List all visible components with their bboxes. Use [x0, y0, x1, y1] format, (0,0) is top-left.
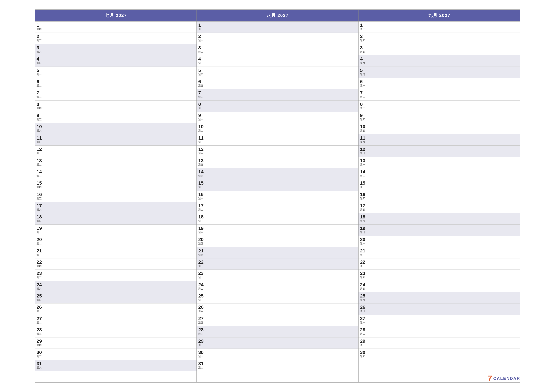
day-number: 8: [37, 101, 39, 107]
day-weekday: 週日: [37, 299, 42, 301]
day-row: 14週六: [197, 168, 358, 179]
day-number-col: 24週二: [197, 281, 208, 291]
day-number-col: 1週日: [197, 21, 208, 31]
day-weekday: 週日: [360, 231, 365, 234]
day-row: 15週三: [358, 179, 520, 191]
day-row: 15週四: [35, 179, 197, 191]
day-number: 31: [198, 361, 204, 366]
day-number: 11: [37, 135, 42, 141]
day-row: 12週一: [35, 146, 197, 157]
day-row: 29週四: [35, 337, 197, 349]
day-number-col: 1週四: [35, 21, 46, 31]
day-weekday: 週一: [37, 73, 42, 76]
day-number: 1: [360, 22, 363, 28]
day-row: 2週一: [197, 33, 358, 44]
day-row: 16週四: [358, 191, 520, 202]
day-weekday: 週五: [37, 276, 42, 279]
day-number-col: 7週二: [358, 89, 370, 99]
day-number-col: 4週日: [35, 55, 46, 65]
day-weekday: 週三: [37, 332, 42, 335]
day-number: 10: [37, 124, 42, 129]
day-number-col: 7週六: [197, 89, 208, 99]
day-weekday: 週六: [198, 253, 203, 256]
day-weekday: 週日: [198, 185, 203, 189]
day-row: 17週六: [35, 202, 197, 213]
day-weekday: 週一: [360, 163, 365, 166]
day-number-col: 6週一: [358, 78, 370, 87]
day-row: 10週五: [358, 123, 520, 134]
day-number-col: 11週六: [358, 134, 370, 144]
day-number: 5: [37, 68, 39, 73]
day-number-col: 24週六: [35, 281, 46, 291]
day-number: 4: [198, 56, 201, 62]
day-row: 24週五: [358, 281, 520, 292]
day-number: 15: [37, 180, 42, 185]
day-number-col: 2週五: [35, 33, 46, 42]
day-weekday: 週三: [37, 253, 42, 256]
day-weekday: 週四: [37, 265, 42, 268]
day-weekday: 週二: [37, 84, 42, 87]
day-number-col: 17週五: [358, 202, 370, 212]
day-number: 26: [37, 304, 42, 310]
day-row: 7週二: [358, 89, 520, 100]
day-number-col: 30週一: [197, 349, 208, 358]
day-number-col: 6週二: [35, 78, 46, 87]
day-weekday: 週五: [37, 197, 42, 200]
day-number-col: 9週四: [358, 112, 370, 121]
day-number: 23: [37, 271, 42, 276]
day-number-col: 14週三: [35, 168, 46, 178]
day-number-col: 27週二: [35, 315, 46, 324]
day-weekday: 週六: [37, 287, 42, 290]
brand-number: 7: [488, 374, 492, 383]
day-number-col: 19週四: [197, 225, 208, 234]
day-row: 10週二: [197, 123, 358, 134]
day-number: 2: [198, 34, 201, 39]
day-row: 21週三: [35, 247, 197, 258]
day-number-col: 5週四: [197, 67, 208, 76]
day-number: 30: [360, 350, 365, 355]
day-number-col: 13週二: [35, 157, 46, 166]
day-number: 3: [360, 45, 363, 50]
day-number: 15: [198, 180, 204, 185]
day-number: 9: [37, 113, 39, 118]
day-number: 2: [360, 34, 363, 39]
day-row: 25週三: [197, 292, 358, 304]
day-row: 30週四: [358, 349, 520, 360]
day-row: 16週五: [35, 191, 197, 202]
month-col-september: 九月 20271週三2週四3週五4週六5週日6週一7週二8週三9週四10週五11…: [358, 10, 520, 382]
day-number-col: 30週四: [358, 349, 370, 358]
day-number-col: 26週四: [197, 304, 208, 313]
day-number: 9: [198, 113, 201, 118]
day-row: [197, 371, 358, 382]
day-number: 25: [37, 293, 42, 299]
day-row: 13週五: [197, 157, 358, 168]
day-row: 25週六: [358, 292, 520, 304]
day-number: 30: [37, 350, 42, 355]
day-row: 26週四: [197, 304, 358, 315]
day-number-col: 11週日: [35, 134, 46, 144]
day-number-col: 22週四: [35, 258, 46, 268]
day-row: 27週一: [358, 315, 520, 326]
day-number-col: 15週三: [358, 179, 370, 189]
day-number: 14: [198, 169, 204, 174]
day-row: 9週四: [358, 112, 520, 123]
day-number-col: 20週五: [197, 236, 208, 245]
day-row: 8週四: [35, 100, 197, 112]
day-number: 14: [360, 169, 365, 174]
day-number-col: 10週五: [358, 123, 370, 132]
day-number: 1: [198, 22, 201, 28]
day-row: 14週三: [35, 168, 197, 179]
day-weekday: 週日: [37, 219, 42, 222]
day-number-col: 25週六: [358, 292, 370, 302]
day-row: 11週六: [358, 134, 520, 146]
day-weekday: 週三: [360, 28, 365, 31]
day-row: 3週二: [197, 44, 358, 55]
calendar-grid: 七月 20271週四2週五3週六4週日5週一6週二7週三8週四9週五10週六11…: [35, 9, 520, 383]
day-weekday: 週五: [198, 84, 203, 87]
day-row: 5週四: [197, 67, 358, 78]
day-weekday: 週一: [37, 231, 42, 234]
day-weekday: 週一: [360, 242, 365, 245]
day-number: 3: [198, 45, 201, 50]
day-weekday: 週五: [360, 287, 365, 290]
day-row: 2週五: [35, 33, 197, 44]
